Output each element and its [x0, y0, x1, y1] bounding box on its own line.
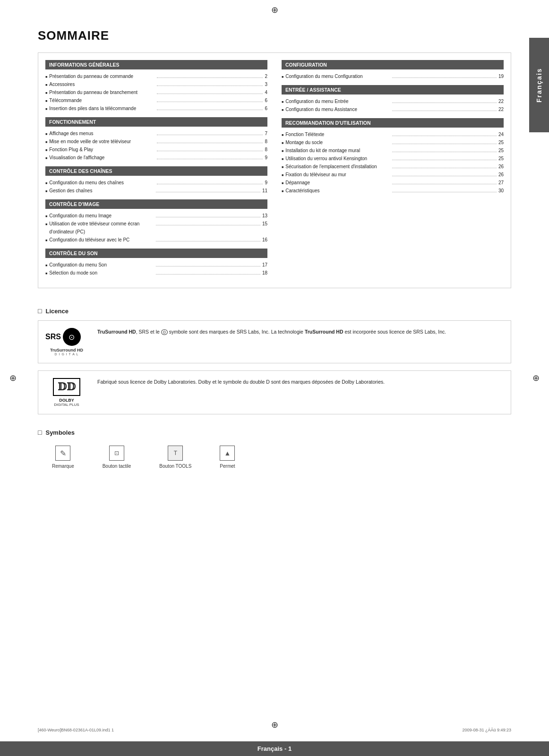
toc-item: Montage du socle 25: [282, 138, 504, 146]
toc-items-informations: Présentation du panneau de commande 2 Ac…: [45, 72, 267, 112]
section-header-controle-son: CONTRÔLE DU SON: [45, 249, 267, 258]
footer-left: [460-Weuro]BN68-02361A-01L09.ind1 1: [38, 728, 114, 732]
symboles-row: ✎ Remarque ⊡ Bouton tactile T Bouton TOO…: [52, 446, 511, 469]
toc-right-column: CONFIGURATION Configuration du menu Conf…: [282, 60, 504, 281]
toc-item: Configuration du menu Image 13: [45, 212, 267, 220]
symbole-bouton-tools: T Bouton TOOLS: [159, 446, 191, 469]
section-header-recommandation: RECOMMANDATION D'UTILISATION: [282, 118, 504, 128]
footer: [460-Weuro]BN68-02361A-01L09.ind1 1 2009…: [38, 728, 511, 732]
symbole-remarque: ✎ Remarque: [52, 446, 74, 469]
toc-item: Utilisation de votre téléviseur comme éc…: [45, 220, 267, 236]
remarque-label: Remarque: [52, 464, 74, 469]
licence-section: Licence SRS ⊙ TruSurround HD D I G I T A…: [38, 307, 511, 414]
permet-icon: ▲: [220, 446, 235, 461]
toc-left-column: INFORMATIONS GÉNÉRALES Présentation du p…: [45, 60, 267, 281]
section-header-informations: INFORMATIONS GÉNÉRALES: [45, 60, 267, 69]
srs-licence-box: SRS ⊙ TruSurround HD D I G I T A L TruSu…: [38, 320, 511, 363]
srs-circle-icon: ⊙: [63, 328, 81, 346]
section-header-controle-chaines: CONTRÔLE DES CHAÎNES: [45, 166, 267, 176]
page-title: SOMMAIRE: [38, 28, 511, 43]
permet-label: Permet: [220, 464, 235, 469]
remarque-icon: ✎: [55, 446, 70, 461]
toc-item: Utilisation du verrou antivol Kensington…: [282, 155, 504, 163]
toc-items-controle-chaines: Configuration du menu des chaînes 9 Gest…: [45, 179, 267, 195]
section-header-controle-image: CONTRÔLE D'IMAGE: [45, 199, 267, 209]
toc-items-recommandation: Fonction Télétexte 24 Montage du socle 2…: [282, 130, 504, 195]
symboles-title: Symboles: [38, 429, 511, 436]
toc-item: Sécurisation de l'emplacement d'installa…: [282, 163, 504, 171]
toc-items-fonctionnement: Affichage des menus 7 Mise en mode veill…: [45, 129, 267, 162]
dolby-licence-box: 𝔻𝔻 DOLBY DIGITAL PLUS Fabriqué sous lice…: [38, 370, 511, 414]
toc-item: Configuration du menu des chaînes 9: [45, 179, 267, 187]
toc-item: Insertion des piles dans la télécommande…: [45, 104, 267, 112]
bouton-tactile-icon: ⊡: [109, 446, 124, 461]
toc-item: Configuration du menu Configuration 19: [282, 72, 504, 80]
toc-items-controle-image: Configuration du menu Image 13 Utilisati…: [45, 212, 267, 244]
symbole-bouton-tactile: ⊡ Bouton tactile: [103, 446, 131, 469]
toc-item: Configuration du menu Entrée 22: [282, 97, 504, 105]
section-header-fonctionnement: FONCTIONNEMENT: [45, 117, 267, 127]
symbole-permet: ▲ Permet: [220, 446, 235, 469]
dolby-logo: 𝔻𝔻 DOLBY DIGITAL PLUS: [45, 378, 88, 407]
toc-item: Télécommande 6: [45, 96, 267, 104]
licence-title: Licence: [38, 307, 511, 315]
bouton-tools-icon: T: [168, 446, 183, 461]
toc-item: Présentation du panneau de branchement 4: [45, 88, 267, 96]
toc-item: Caractéristiques 30: [282, 187, 504, 195]
toc-item: Configuration du menu Assistance 22: [282, 105, 504, 113]
bouton-tools-label: Bouton TOOLS: [159, 464, 191, 469]
toc-item: Configuration du téléviseur avec le PC 1…: [45, 236, 267, 244]
section-header-entree: ENTRÉE / ASSISTANCE: [282, 85, 504, 94]
toc-item: Installation du kit de montage mural 25: [282, 146, 504, 155]
bottom-bar: Français - 1: [0, 741, 549, 756]
toc-item: Accessoires 3: [45, 80, 267, 88]
srs-logo: SRS ⊙ TruSurround HD D I G I T A L: [45, 328, 88, 356]
toc-item: Gestion des chaînes 11: [45, 187, 267, 195]
toc-item: Sélection du mode son 18: [45, 269, 267, 277]
toc-items-entree: Configuration du menu Entrée 22 Configur…: [282, 97, 504, 113]
footer-right: 2009-08-31 ¿ÀÂü 9:49:23: [462, 728, 511, 732]
toc-items-configuration: Configuration du menu Configuration 19: [282, 72, 504, 80]
toc-item: Configuration du menu Son 17: [45, 261, 267, 269]
toc-item: Fonction Télétexte 24: [282, 130, 504, 138]
toc-items-controle-son: Configuration du menu Son 17 Sélection d…: [45, 261, 267, 277]
section-header-configuration: CONFIGURATION: [282, 60, 504, 69]
srs-description: TruSurround HD, SRS et le ⊙ symbole sont…: [97, 328, 446, 336]
toc-item: Visualisation de l'affichage 9: [45, 154, 267, 162]
toc-item: Fixation du téléviseur au mur 26: [282, 171, 504, 179]
dolby-description: Fabriqué sous licence de Dolby Laborator…: [97, 378, 385, 386]
symboles-section: Symboles ✎ Remarque ⊡ Bouton tactile T B…: [38, 429, 511, 469]
toc-item: Affichage des menus 7: [45, 129, 267, 137]
toc-item: Mise en mode veille de votre téléviseur …: [45, 137, 267, 146]
toc-item: Dépannage 27: [282, 179, 504, 187]
toc-item: Présentation du panneau de commande 2: [45, 72, 267, 80]
toc-container: INFORMATIONS GÉNÉRALES Présentation du p…: [38, 52, 511, 288]
bouton-tactile-label: Bouton tactile: [103, 464, 131, 469]
toc-item: Fonction Plug & Play 8: [45, 146, 267, 154]
